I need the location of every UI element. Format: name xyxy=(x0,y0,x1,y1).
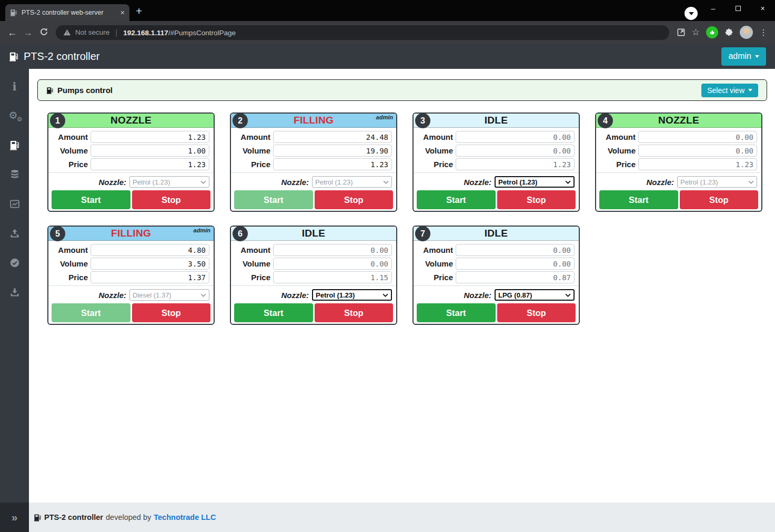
nozzle-row: Nozzle: Petrol (1.23) xyxy=(231,176,392,188)
nozzle-select[interactable]: Petrol (1.23) xyxy=(495,176,575,188)
start-button[interactable]: Start xyxy=(234,190,313,209)
amount-label: Amount xyxy=(231,132,273,141)
stop-button[interactable]: Stop xyxy=(680,190,759,209)
profile-avatar[interactable] xyxy=(740,26,753,39)
price-input[interactable] xyxy=(273,158,392,170)
nozzle-select[interactable]: Petrol (1.23) xyxy=(677,176,757,188)
stop-button[interactable]: Stop xyxy=(497,190,576,209)
amount-row: Amount xyxy=(414,131,579,143)
pump-card-header: 4 NOZZLE xyxy=(596,114,761,128)
start-button[interactable]: Start xyxy=(52,190,130,209)
price-input[interactable] xyxy=(273,271,392,283)
volume-input[interactable] xyxy=(90,258,209,270)
extensions-puzzle-icon[interactable] xyxy=(724,28,733,37)
volume-input[interactable] xyxy=(638,145,757,157)
window-close-button[interactable]: × xyxy=(750,0,775,17)
browser-menu-icon[interactable]: ⋮ xyxy=(759,27,768,37)
amount-input[interactable] xyxy=(456,244,575,256)
amount-row: Amount xyxy=(48,244,214,256)
sidebar-item-status[interactable] xyxy=(0,248,29,278)
warning-triangle-icon[interactable] xyxy=(63,28,71,36)
price-input[interactable] xyxy=(638,158,757,170)
footer-company-link[interactable]: Technotrade LLC xyxy=(154,513,216,521)
nozzle-select[interactable]: Petrol (1.23) xyxy=(129,176,209,188)
price-input[interactable] xyxy=(90,158,209,170)
volume-input[interactable] xyxy=(273,145,392,157)
sidebar-item-tanks[interactable] xyxy=(0,160,29,189)
card-buttons: Start Stop xyxy=(599,190,758,209)
nozzle-select[interactable]: Petrol (1.23) xyxy=(312,176,392,188)
start-button[interactable]: Start xyxy=(599,190,678,209)
browser-tab[interactable]: PTS-2 controller web-server × xyxy=(5,4,129,21)
fuel-pump-favicon-icon xyxy=(10,9,17,16)
price-input[interactable] xyxy=(90,271,209,283)
back-button[interactable]: ← xyxy=(4,28,20,37)
card-buttons: Start Stop xyxy=(234,190,393,209)
volume-row: Volume xyxy=(414,258,579,270)
sidebar-item-info[interactable]: i xyxy=(0,71,29,101)
window-minimize-button[interactable]: – xyxy=(701,0,726,17)
sidebar-item-pumps-control[interactable] xyxy=(0,130,29,160)
nozzle-select[interactable]: LPG (0.87) xyxy=(495,289,575,301)
card-divider xyxy=(596,172,761,173)
bookmark-star-icon[interactable]: ☆ xyxy=(692,27,700,38)
nozzle-select[interactable]: Diesel (1.37) xyxy=(129,289,209,301)
volume-input[interactable] xyxy=(273,258,392,270)
nozzle-select-value: Petrol (1.23) xyxy=(680,178,718,186)
amount-row: Amount xyxy=(414,244,579,256)
amount-input[interactable] xyxy=(90,244,209,256)
sidebar-item-settings[interactable]: ⚙⚙ xyxy=(0,101,29,130)
pump-card-header: 7 IDLE xyxy=(414,227,579,241)
media-controls-button[interactable] xyxy=(685,7,698,20)
stop-button[interactable]: Stop xyxy=(132,303,211,322)
volume-label: Volume xyxy=(596,146,638,155)
card-buttons: Start Stop xyxy=(417,190,576,209)
sidebar-item-upload[interactable] xyxy=(0,219,29,248)
fuel-pump-brand-icon xyxy=(9,52,19,62)
amount-input[interactable] xyxy=(90,131,209,143)
pump-admin-badge: admin xyxy=(194,227,210,233)
info-icon: i xyxy=(13,80,17,93)
stop-button[interactable]: Stop xyxy=(315,190,394,209)
adblock-extension-icon[interactable] xyxy=(706,26,718,38)
nozzle-row: Nozzle: Petrol (1.23) xyxy=(596,176,757,188)
nozzle-label: Nozzle: xyxy=(281,291,309,300)
amount-input[interactable] xyxy=(273,131,392,143)
card-buttons: Start Stop xyxy=(52,190,210,209)
nozzle-select[interactable]: Petrol (1.23) xyxy=(312,289,392,301)
forward-button[interactable]: → xyxy=(20,28,36,37)
amount-input[interactable] xyxy=(638,131,757,143)
price-input[interactable] xyxy=(456,158,575,170)
start-button[interactable]: Start xyxy=(417,190,496,209)
pump-card-header: 6 IDLE xyxy=(231,227,396,241)
sidebar-collapse-button[interactable]: » xyxy=(0,503,29,532)
sidebar-item-download[interactable] xyxy=(0,278,29,307)
select-view-button[interactable]: Select view xyxy=(701,84,758,97)
window-maximize-button[interactable] xyxy=(726,0,750,17)
volume-input[interactable] xyxy=(456,145,575,157)
url-bar[interactable]: Not secure | 192.168.1.117/#PumpsControl… xyxy=(56,25,669,40)
price-input[interactable] xyxy=(456,271,575,283)
reload-button[interactable] xyxy=(36,27,52,38)
volume-row: Volume xyxy=(596,145,761,157)
pump-state-label: FILLING xyxy=(294,115,334,126)
admin-menu-button[interactable]: admin xyxy=(721,47,766,66)
volume-input[interactable] xyxy=(90,145,209,157)
open-in-window-icon[interactable] xyxy=(677,28,686,37)
start-button[interactable]: Start xyxy=(417,303,496,322)
nozzle-select-value: Petrol (1.23) xyxy=(498,178,537,186)
amount-input[interactable] xyxy=(456,131,575,143)
volume-input[interactable] xyxy=(456,258,575,270)
new-tab-button[interactable]: + xyxy=(136,5,142,17)
amount-input[interactable] xyxy=(273,244,392,256)
start-button[interactable]: Start xyxy=(234,303,313,322)
start-button[interactable]: Start xyxy=(52,303,130,322)
sidebar-item-reports[interactable] xyxy=(0,189,29,219)
stop-button[interactable]: Stop xyxy=(315,303,394,322)
stop-button[interactable]: Stop xyxy=(132,190,211,209)
pump-card-header: 1 NOZZLE xyxy=(48,114,214,128)
tab-close-icon[interactable]: × xyxy=(120,9,125,16)
amount-row: Amount xyxy=(231,131,396,143)
stop-button[interactable]: Stop xyxy=(497,303,576,322)
nozzle-label: Nozzle: xyxy=(464,178,492,187)
